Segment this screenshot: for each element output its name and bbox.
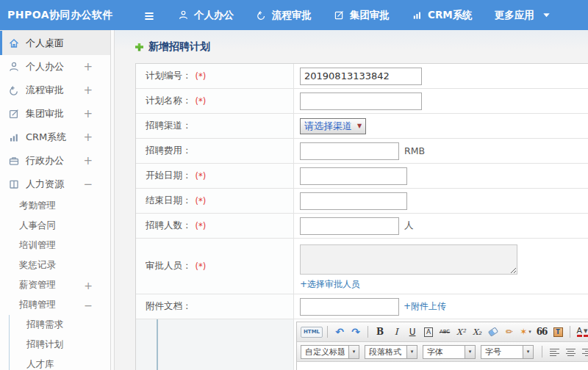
subscript-button[interactable]: X₂ (470, 324, 484, 339)
expand-icon[interactable]: + (83, 60, 93, 73)
channel-select-value: 请选择渠道 (304, 120, 352, 133)
sidebar-item-salary[interactable]: 薪资管理 + (0, 275, 110, 295)
start-date-label: 开始日期： (146, 170, 192, 182)
required-mark: (*) (196, 171, 207, 181)
superscript-button[interactable]: X² (453, 324, 468, 339)
chevron-down-icon: ▾ (584, 327, 588, 337)
paste-text-button[interactable]: T (551, 324, 565, 339)
sidebar-item-label: 人力资源 (26, 178, 64, 191)
sidebar-item-personal-office[interactable]: 个人办公 + (0, 55, 110, 79)
dropdown-arrow-icon: ▾ (523, 346, 533, 358)
sidebar-item-talent-pool[interactable]: 人才库 (10, 355, 110, 370)
format-brush-button[interactable]: ✏ (502, 324, 517, 339)
book-icon (8, 178, 20, 190)
toolbar-separator (542, 346, 542, 358)
dropdown-arrow-icon: ▾ (348, 346, 359, 358)
plan-no-label: 计划编号： (146, 70, 192, 82)
nav-label: CRM系统 (428, 9, 473, 22)
sidebar-item-training[interactable]: 培训管理 (0, 236, 110, 255)
sidebar-item-recruit-demand[interactable]: 招聘需求 (10, 315, 110, 335)
sidebar-item-personal-desktop[interactable]: 个人桌面 (0, 31, 110, 55)
add-icon (135, 43, 143, 51)
bold-button[interactable]: B (373, 324, 387, 339)
nav-more-apps[interactable]: 更多应用 (495, 9, 552, 22)
collapse-icon[interactable]: − (83, 178, 93, 191)
blockquote-button[interactable]: 66 (534, 324, 549, 339)
cost-input[interactable] (300, 142, 399, 160)
italic-button[interactable]: I (389, 324, 404, 339)
sidebar-item-crm[interactable]: CRM系统 + (0, 126, 110, 149)
toolbar-separator (327, 326, 328, 338)
sidebar-item-group-approval[interactable]: 集团审批 + (0, 102, 110, 126)
edit-icon (334, 10, 345, 21)
chevron-down-icon (541, 10, 552, 21)
approver-label: 审批人员： (146, 260, 192, 272)
attachment-upload-link[interactable]: +附件上传 (404, 300, 446, 313)
expand-icon[interactable]: + (83, 107, 93, 120)
expand-icon[interactable]: + (84, 280, 93, 291)
sidebar-item-hr[interactable]: 人力资源 − (0, 173, 110, 196)
chevron-down-icon: ▾ (528, 329, 531, 335)
expand-icon[interactable]: + (83, 154, 93, 167)
app-window: PHPOA协同办公软件 个人办公 流程审批 集团审批 CRM系统 更多应用 (0, 0, 588, 370)
plan-no-input[interactable] (300, 68, 422, 85)
font-color-button[interactable]: A▾ (575, 324, 588, 339)
user-icon (8, 61, 20, 73)
paragraph-format-select[interactable]: 段落格式 ▾ (365, 345, 417, 359)
editor-body[interactable] (297, 362, 588, 370)
headcount-unit: 人 (404, 220, 414, 232)
sidebar-item-recruit-mgmt[interactable]: 招聘管理 − (0, 295, 110, 315)
align-right-button[interactable] (579, 344, 588, 359)
nav-crm[interactable]: CRM系统 (412, 9, 473, 22)
sidebar-item-attendance[interactable]: 考勤管理 (0, 196, 110, 216)
undo-button[interactable]: ↶ (332, 324, 347, 339)
sidebar-item-label: 人才库 (26, 358, 54, 370)
heading-select[interactable]: 自定义标题 ▾ (301, 345, 359, 359)
font-family-select[interactable]: 字体 ▾ (423, 345, 476, 359)
attachment-input[interactable] (300, 298, 399, 316)
align-left-button[interactable] (547, 344, 562, 359)
expand-icon[interactable]: + (83, 131, 93, 144)
font-size-select[interactable]: 字号 ▾ (481, 345, 534, 359)
align-center-button[interactable] (563, 344, 578, 359)
redo-button[interactable]: ↷ (348, 324, 363, 339)
align-center-icon (566, 348, 576, 356)
nav-group-approval[interactable]: 集团审批 (334, 9, 390, 22)
sidebar-item-label: 流程审批 (26, 84, 64, 97)
sidebar-item-workflow-approval[interactable]: 流程审批 + (0, 79, 110, 102)
attachment-label: 附件文档： (146, 300, 192, 313)
editor-toolbar-row1: HTML ↶ ↷ B I U A ABC X² (297, 322, 588, 342)
sidebar-item-label: 个人桌面 (26, 37, 64, 50)
expand-icon[interactable]: + (83, 84, 93, 97)
hamburger-menu-icon[interactable] (143, 10, 156, 21)
sidebar-item-hr-contract[interactable]: 人事合同 (0, 216, 110, 236)
recruit-submenu: 招聘需求 招聘计划 人才库 (9, 315, 110, 370)
char-border-button[interactable]: A (421, 324, 436, 339)
sidebar-item-recruit-plan[interactable]: 招聘计划 (10, 335, 110, 355)
sidebar-item-rewards[interactable]: 奖惩记录 (0, 255, 110, 275)
underline-button[interactable]: U (405, 324, 420, 339)
dropdown-arrow-icon: ▼ (357, 123, 362, 129)
html-source-button[interactable]: HTML (301, 327, 323, 338)
remove-format-button[interactable] (486, 324, 501, 339)
strikethrough-button[interactable]: ABC (437, 324, 452, 339)
page-header: 新增招聘计划 (135, 40, 588, 54)
nav-personal-office[interactable]: 个人办公 (178, 9, 234, 22)
channel-select[interactable]: 请选择渠道 ▼ (300, 118, 366, 134)
sidebar-item-label: 考勤管理 (19, 200, 56, 212)
nav-label: 个人办公 (194, 9, 234, 22)
auto-typeset-button[interactable]: ✶▾ (518, 324, 533, 339)
sidebar-item-admin-office[interactable]: 行政办公 + (0, 149, 110, 173)
collapse-icon[interactable]: − (84, 300, 93, 311)
approver-textarea[interactable] (300, 244, 517, 275)
toolbar-separator (368, 326, 368, 338)
nav-label: 流程审批 (272, 9, 312, 22)
start-date-input[interactable] (300, 167, 407, 185)
plan-name-input[interactable] (300, 92, 422, 110)
end-date-input[interactable] (300, 192, 407, 210)
sidebar-item-label: 个人办公 (26, 60, 64, 73)
nav-workflow-approval[interactable]: 流程审批 (256, 9, 312, 22)
select-approver-link[interactable]: +选择审批人员 (300, 278, 360, 291)
headcount-input[interactable] (300, 217, 399, 235)
sidebar: 个人桌面 个人办公 + 流程审批 + 集团审批 + CRM系统 + (0, 30, 110, 370)
